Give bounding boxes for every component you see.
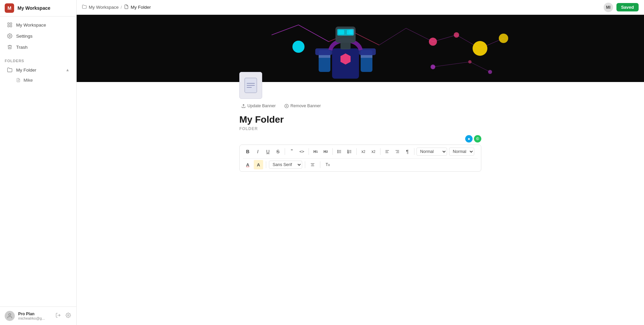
remove-banner-label: Remove Banner xyxy=(290,104,321,108)
clear-format-button[interactable]: Tx xyxy=(323,160,332,169)
sidebar-nav: My Workspace Settings Trash xyxy=(0,16,76,55)
editor-toolbar: B I U S " <> H1 H2 1.2.3. xyxy=(239,145,481,172)
folder-title: My Folder xyxy=(239,114,481,125)
folders-section-label: FOLDERS xyxy=(0,55,76,64)
svg-point-56 xyxy=(337,151,338,152)
sidebar-item-settings-label: Settings xyxy=(16,34,33,39)
svg-point-9 xyxy=(68,315,69,316)
svg-rect-3 xyxy=(10,25,12,27)
toolbar-separator-9 xyxy=(320,161,320,168)
h1-button[interactable]: H1 xyxy=(311,147,320,156)
toolbar-separator-4 xyxy=(356,148,357,155)
svg-rect-31 xyxy=(361,55,372,58)
sidebar-header: My WorkspaceM My Workspace xyxy=(0,0,76,16)
ordered-list-button[interactable]: 1.2.3. xyxy=(345,147,354,156)
folder-subtitle: FOLDER xyxy=(239,126,481,131)
sidebar-sub-item-mike-label: Mike xyxy=(24,78,33,83)
svg-rect-1 xyxy=(10,23,12,25)
doc-icon-small xyxy=(16,78,21,83)
bold-button[interactable]: B xyxy=(243,147,252,156)
toolbar-separator-3 xyxy=(332,148,333,155)
footer-email: michealrko@g... xyxy=(18,316,51,320)
banner-actions: Update Banner Remove Banner xyxy=(239,102,481,110)
svg-rect-0 xyxy=(8,23,9,25)
sidebar-item-settings[interactable]: Settings xyxy=(2,31,74,41)
h2-button[interactable]: H2 xyxy=(321,147,330,156)
chevron-up-icon: ▲ xyxy=(66,68,70,72)
folder-doc-icon-large xyxy=(239,72,262,99)
svg-point-43 xyxy=(488,70,492,74)
breadcrumb-workspace-label: My Workspace xyxy=(89,5,119,10)
sidebar-sub-item-mike[interactable]: Mike xyxy=(2,76,74,85)
settings-gear-icon[interactable] xyxy=(65,312,72,320)
svg-text:3.: 3. xyxy=(348,152,349,154)
home-icon xyxy=(7,22,13,28)
font-color-button[interactable]: A xyxy=(243,160,252,169)
breadcrumb-separator: / xyxy=(121,5,122,10)
svg-point-7 xyxy=(9,314,11,316)
italic-button[interactable]: I xyxy=(253,147,263,156)
underline-button[interactable]: U xyxy=(263,147,273,156)
workspace-folder-icon xyxy=(82,4,87,10)
trash-icon xyxy=(7,44,13,50)
highlight-button[interactable]: A xyxy=(254,160,263,169)
toolbar-separator-8 xyxy=(305,161,305,168)
doc-area: Update Banner Remove Banner My Folder FO… xyxy=(226,82,495,191)
breadcrumb-workspace[interactable]: My Workspace xyxy=(82,4,119,10)
settings-icon xyxy=(7,33,13,39)
remove-banner-button[interactable]: Remove Banner xyxy=(282,102,323,110)
content-area: Update Banner Remove Banner My Folder FO… xyxy=(77,15,644,325)
collab-user-1: ● xyxy=(465,135,473,143)
svg-rect-38 xyxy=(347,30,353,35)
topbar: My Workspace / My Folder MI Saved xyxy=(77,0,644,15)
bullet-list-button[interactable] xyxy=(335,147,344,156)
svg-rect-37 xyxy=(338,30,344,35)
sidebar-folder-my-folder-label: My Folder xyxy=(16,68,36,73)
update-banner-button[interactable]: Update Banner xyxy=(239,102,278,110)
heading-select[interactable]: Normal Heading 1 Heading 2 Heading 3 xyxy=(416,148,447,156)
svg-point-55 xyxy=(337,150,338,151)
sidebar-scroll: My Workspace Settings Trash FOLDERS My F… xyxy=(0,16,76,307)
strikethrough-button[interactable]: S xyxy=(273,147,283,156)
svg-point-22 xyxy=(429,38,437,46)
svg-point-20 xyxy=(292,41,305,53)
subscript-button[interactable]: x2 xyxy=(359,147,368,156)
superscript-button[interactable]: x2 xyxy=(369,147,378,156)
sidebar-footer: Pro Plan michealrko@g... xyxy=(0,307,76,325)
doc-icon-wrap xyxy=(239,72,481,99)
svg-point-25 xyxy=(499,34,508,43)
quote-button[interactable]: " xyxy=(287,147,296,156)
code-button[interactable]: <> xyxy=(297,147,307,156)
topbar-right: MI Saved xyxy=(604,3,639,12)
font-family-select[interactable]: Sans Serif Serif Monospace xyxy=(269,161,302,169)
toolbar-row-2: A A Sans Serif Serif Monospace Tx xyxy=(243,158,478,169)
toolbar-separator-2 xyxy=(309,148,309,155)
breadcrumb-folder[interactable]: My Folder xyxy=(124,4,151,10)
saved-button[interactable]: Saved xyxy=(616,3,639,11)
sidebar-item-my-workspace-label: My Workspace xyxy=(16,23,46,28)
folder-icon xyxy=(7,67,13,73)
svg-rect-30 xyxy=(319,55,330,58)
svg-point-23 xyxy=(454,32,459,38)
toolbar-separator-7 xyxy=(266,161,266,168)
align-right-button[interactable] xyxy=(393,147,402,156)
size-select[interactable]: Normal Small Large xyxy=(449,148,474,156)
update-banner-label: Update Banner xyxy=(247,104,276,108)
sidebar: My WorkspaceM My Workspace My Workspace … xyxy=(0,0,77,325)
toolbar-separator-5 xyxy=(380,148,380,155)
toolbar-separator-6 xyxy=(414,148,414,155)
folder-doc-icon xyxy=(124,4,129,10)
logout-icon[interactable] xyxy=(55,312,62,320)
user-avatar-initial: MI xyxy=(604,3,613,12)
sidebar-item-my-workspace[interactable]: My Workspace xyxy=(2,19,74,30)
footer-plan: Pro Plan xyxy=(18,312,51,316)
sidebar-folder-my-folder[interactable]: My Folder ▲ xyxy=(2,65,74,75)
sidebar-workspace-label: My Workspace xyxy=(17,5,50,11)
paragraph-button[interactable]: ¶ xyxy=(403,147,412,156)
svg-point-24 xyxy=(473,41,487,56)
sidebar-item-trash-label: Trash xyxy=(16,45,28,50)
svg-point-57 xyxy=(337,153,338,153)
align-left-button[interactable] xyxy=(383,147,392,156)
sidebar-item-trash[interactable]: Trash xyxy=(2,42,74,52)
align-center-button[interactable] xyxy=(308,160,317,169)
